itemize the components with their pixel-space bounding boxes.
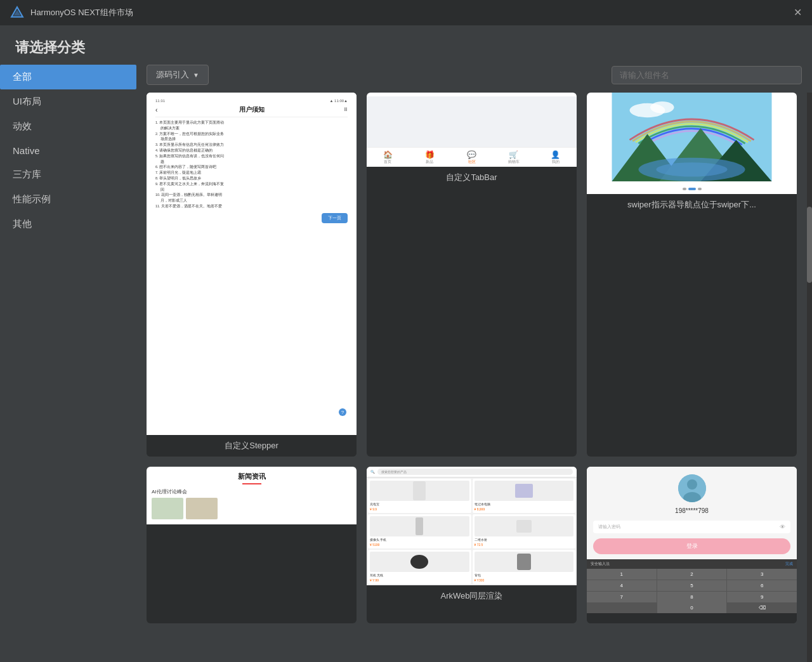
card-arkweb[interactable]: 🔍 搜索您想要的产品 充电宝 [367,467,577,623]
card-label-login [587,613,797,623]
key-7[interactable]: 7 [587,592,657,602]
login-placeholder: 请输入密码 [598,524,620,530]
key-4[interactable]: 4 [587,580,657,591]
product-item-4[interactable]: 二维水射 ¥ 72.5 [473,514,576,548]
card-swiper[interactable]: swiper指示器导航点位于swiper下... [587,93,797,457]
tabbar-preview: 🏠 首页 🎁 新品 💬 社区 [367,93,577,167]
page-title: 请选择分类 [0,25,812,65]
product-img-3 [370,516,469,536]
card-tabbar[interactable]: 🏠 首页 🎁 新品 💬 社区 [367,93,577,457]
search-input[interactable] [612,66,802,84]
search-icon: 🔍 [370,470,375,474]
phone-content: 1. 本页面主要用于显示此方案下页面滑动 的解决方案 2. 方案不唯一，您也可根… [155,120,348,209]
product-name-3: 摄像头 手机 [370,538,469,542]
key-0[interactable]: 0 [657,602,727,613]
sidebar: 全部 UI布局 动效 Native 三方库 性能示例 其他 [0,65,136,662]
swiper-dot-2 [688,188,696,190]
news-thumb-2 [186,498,218,519]
keyboard-row-1: 1 2 3 4 5 6 7 8 9 [587,569,797,602]
svg-point-4 [650,101,674,114]
swiper-dot-3 [698,188,702,190]
next-page-btn[interactable]: 下一页 [322,213,348,223]
main-container: 请选择分类 全部 UI布局 动效 Native 三方库 性能示例 其他 源码引入… [0,25,812,662]
product-price-3: ¥ 5199 [370,543,469,547]
keyboard-done-btn[interactable]: 完成 [785,561,793,567]
tab-cart[interactable]: 🛒 购物车 [493,148,535,167]
news-headline: AI伦理讨论峰会 [152,488,351,495]
content-area: 全部 UI布局 动效 Native 三方库 性能示例 其他 源码引入 ▼ [0,65,812,662]
scrollbar-track [807,93,812,662]
product-item-2[interactable]: 笔记本电脑 ¥ 8,999 [473,479,576,513]
card-stepper[interactable]: 11:31 ▲ 11:00▲ ‹ 用户须知 ⠿ [147,93,357,457]
arkweb-product-grid: 充电宝 ¥ 9.9 笔记本电脑 ¥ 8,999 [367,477,577,585]
right-area: 源码引入 ▼ 11:31 [136,65,812,662]
back-icon: ‹ [155,107,157,114]
key-8[interactable]: 8 [657,592,727,602]
tab-home-label: 首页 [384,160,391,164]
key-9[interactable]: 9 [727,592,797,602]
key-3[interactable]: 3 [727,569,797,580]
swiper-dot-1 [683,188,686,190]
login-avatar [678,474,706,502]
key-extra[interactable] [587,602,657,613]
card-news-bottom[interactable]: 新闻资讯 AI伦理讨论峰会 [147,467,357,623]
logo-icon [10,6,24,20]
news-underline [242,483,261,484]
key-5[interactable]: 5 [657,580,727,591]
import-button[interactable]: 源码引入 ▼ [147,65,209,85]
sidebar-item-animation[interactable]: 动效 [0,114,136,139]
card-label-swiper: swiper指示器导航点位于swiper下... [587,194,797,216]
tab-community-label: 社区 [468,160,476,164]
tab-community[interactable]: 💬 社区 [450,148,492,167]
sidebar-item-native[interactable]: Native [0,139,136,162]
product-img-6 [475,552,574,572]
key-2[interactable]: 2 [657,569,727,580]
arkweb-search-bar: 🔍 搜索您想要的产品 [367,467,577,477]
news-preview: 新闻资讯 AI伦理讨论峰会 [147,467,357,524]
sidebar-item-thirdparty[interactable]: 三方库 [0,162,136,187]
component-grid: 11:31 ▲ 11:00▲ ‹ 用户须知 ⠿ [136,93,807,662]
news-img-row [152,498,351,519]
keyboard-row-2: 0 ⌫ [587,602,797,613]
scrollbar-thumb[interactable] [807,207,812,283]
product-name-5: 耳机 无线 [370,573,469,577]
key-1[interactable]: 1 [587,569,657,580]
close-button[interactable]: ✕ [794,8,802,18]
card-label-tabbar: 自定义TabBar [367,167,577,188]
product-price-4: ¥ 72.5 [475,543,574,547]
tab-home[interactable]: 🏠 首页 [367,148,409,167]
swiper-dots [587,185,797,193]
product-item-1[interactable]: 充电宝 ¥ 9.9 [368,479,471,513]
login-button[interactable]: 登录 [593,538,790,554]
title-bar-left: HarmonyOS NEXT组件市场 [10,6,133,20]
product-item-3[interactable]: 摄像头 手机 ¥ 5199 [368,514,471,548]
sidebar-item-ui[interactable]: UI布局 [0,89,136,114]
product-img-2 [475,481,574,501]
product-item-6[interactable]: 背包 ¥ Y300 [473,550,576,584]
login-phone-number: 198*****798 [675,507,709,514]
product-item-5[interactable]: 耳机 无线 ¥ Y:99 [368,550,471,584]
sidebar-item-perf[interactable]: 性能示例 [0,187,136,212]
sidebar-item-all[interactable]: 全部 [0,65,136,89]
toggle-password-icon[interactable]: 👁 [780,524,785,530]
product-price-5: ¥ Y:99 [370,578,469,582]
card-label-arkweb: ArkWeb同层渲染 [367,585,577,607]
chevron-down-icon: ▼ [193,72,199,79]
import-label: 源码引入 [156,69,189,81]
tab-profile[interactable]: 👤 我的 [535,148,577,167]
key-6[interactable]: 6 [727,580,797,591]
product-img-1 [370,481,469,501]
product-price-2: ¥ 8,999 [475,507,574,511]
arkweb-preview: 🔍 搜索您想要的产品 充电宝 [367,467,577,585]
product-price-6: ¥ Y300 [475,578,574,582]
news-thumb-1 [152,498,183,519]
tab-new[interactable]: 🎁 新品 [409,148,450,167]
product-price-1: ¥ 9.9 [370,507,469,511]
help-icon: ? [339,408,346,416]
card-login[interactable]: 198*****798 请输入密码 👁 登录 安全输入法 [587,467,797,623]
login-password-input[interactable]: 请输入密码 👁 [593,521,790,533]
login-preview: 198*****798 请输入密码 👁 登录 [587,467,797,554]
arkweb-search-input[interactable]: 搜索您想要的产品 [377,469,573,475]
sidebar-item-other[interactable]: 其他 [0,212,136,237]
key-backspace[interactable]: ⌫ [727,602,797,613]
